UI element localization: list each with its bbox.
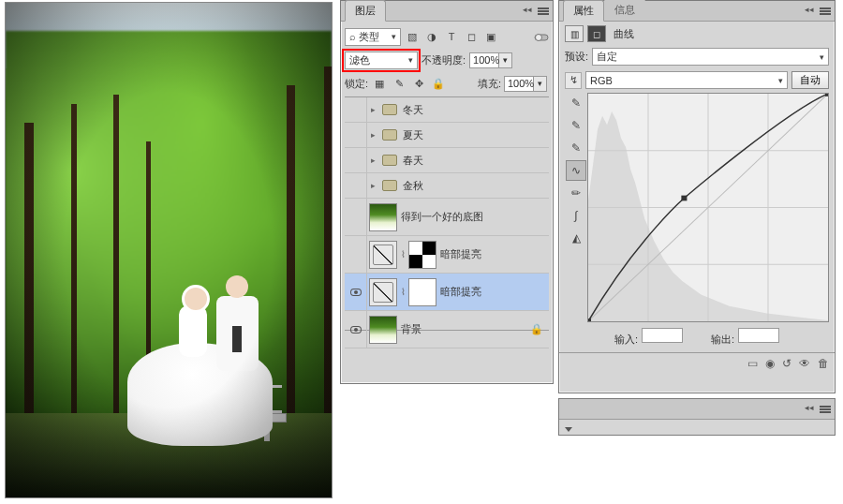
expand-icon[interactable]: ▸ — [367, 105, 378, 114]
smooth-tool-icon[interactable]: ∫ — [566, 205, 586, 226]
pencil-tool-icon[interactable]: ✏ — [566, 183, 586, 203]
adjustment-thumbnail[interactable] — [369, 278, 397, 306]
layer-row[interactable]: ▸冬天 — [345, 97, 549, 123]
preset-label: 预设: — [565, 50, 588, 64]
lock-position-icon[interactable]: ✥ — [410, 75, 427, 92]
preset-dropdown[interactable]: 自定▾ — [592, 48, 829, 66]
mask-thumbnail[interactable] — [408, 241, 436, 269]
layer-row[interactable]: ⌇暗部提亮 — [345, 274, 549, 311]
reset-icon[interactable]: ↺ — [782, 357, 791, 370]
eyedropper-gray-icon[interactable]: ✎ — [566, 115, 586, 136]
fill-field[interactable]: 100%▾ — [504, 76, 549, 92]
collapsed-panel[interactable]: ◂◂ — [558, 398, 836, 436]
layer-row[interactable]: 得到一个好的底图 — [345, 199, 549, 236]
layer-name-label[interactable]: 暗部提亮 — [438, 285, 481, 299]
adjustment-name: 曲线 — [610, 27, 634, 41]
clip-to-layer-icon[interactable]: ▭ — [747, 357, 758, 370]
layer-name-label[interactable]: 背景 — [399, 322, 422, 336]
blend-mode-dropdown[interactable]: 滤色▾ — [345, 52, 418, 69]
folder-icon — [382, 155, 397, 166]
visibility-toggle[interactable] — [345, 123, 367, 147]
eyedropper-black-icon[interactable]: ✎ — [566, 93, 586, 113]
document-canvas[interactable] — [5, 2, 333, 498]
visibility-toggle[interactable] — [345, 311, 367, 348]
curve-point[interactable] — [825, 94, 828, 96]
channel-dropdown[interactable]: RGB▾ — [585, 71, 788, 89]
layer-name-label[interactable]: 冬天 — [401, 103, 423, 117]
layer-thumbnail[interactable] — [369, 316, 397, 344]
channel-icon[interactable]: ↯ — [565, 72, 582, 89]
link-icon[interactable]: ⌇ — [399, 287, 407, 297]
curve-point[interactable] — [588, 319, 591, 321]
curve-point[interactable] — [681, 196, 687, 201]
adjustment-thumbnail[interactable] — [369, 241, 397, 269]
collapse-icon[interactable]: ◂◂ — [523, 5, 532, 14]
collapse-icon[interactable]: ◂◂ — [805, 5, 814, 14]
layer-row[interactable]: ⌇暗部提亮 — [345, 236, 549, 274]
visibility-toggle[interactable] — [345, 274, 367, 310]
visibility-toggle[interactable] — [345, 236, 367, 273]
visibility-toggle[interactable] — [345, 173, 367, 198]
filter-type-icon[interactable]: T — [443, 28, 460, 45]
panel-menu-icon[interactable] — [538, 5, 549, 14]
panel-tabstrip: 图层 ◂◂ — [341, 1, 553, 22]
layer-name-label[interactable]: 夏天 — [401, 128, 423, 142]
expand-icon[interactable]: ▸ — [367, 181, 378, 190]
tab-layers[interactable]: 图层 — [345, 0, 386, 22]
input-label: 输入: — [614, 328, 683, 347]
opacity-label: 不透明度: — [422, 53, 466, 67]
eyedropper-white-icon[interactable]: ✎ — [566, 138, 586, 158]
filter-smart-icon[interactable]: ▣ — [482, 28, 499, 45]
properties-footer: ▭ ◉ ↺ 👁 🗑 — [559, 352, 835, 373]
curves-graph[interactable] — [587, 93, 829, 322]
view-previous-icon[interactable]: ◉ — [765, 357, 775, 370]
expand-icon[interactable] — [565, 427, 572, 432]
properties-panel: 属性 信息 ◂◂ ▥ ◻ 曲线 预设: 自定▾ ↯ RGB▾ 自动 ✎ ✎ ✎ … — [558, 0, 836, 393]
panel-menu-icon[interactable] — [820, 5, 831, 14]
lock-label: 锁定: — [345, 77, 368, 91]
collapse-icon[interactable]: ◂◂ — [805, 403, 814, 412]
mask-thumbnail[interactable] — [408, 278, 436, 306]
mask-icon[interactable]: ◻ — [587, 25, 606, 42]
layer-filter-dropdown[interactable]: ⌕ 类型 ▾ — [345, 28, 401, 46]
layer-name-label[interactable]: 春天 — [401, 154, 423, 168]
filter-adjust-icon[interactable]: ◑ — [423, 28, 440, 45]
visibility-toggle[interactable] — [345, 97, 367, 122]
layer-name-label[interactable]: 得到一个好的底图 — [399, 210, 483, 224]
layer-row[interactable]: ▸夏天 — [345, 123, 549, 148]
lock-icon: 🔒 — [530, 323, 543, 335]
visibility-toggle[interactable] — [345, 148, 367, 172]
adjustment-type-icon[interactable]: ▥ — [565, 25, 584, 42]
output-label: 输出: — [711, 328, 779, 347]
layer-row[interactable]: 背景🔒 — [345, 311, 549, 348]
lock-all-icon[interactable]: 🔒 — [430, 75, 447, 92]
opacity-field[interactable]: 100%▾ — [469, 52, 514, 68]
expand-icon[interactable]: ▸ — [367, 130, 378, 140]
histogram-toggle-icon[interactable]: ◭ — [566, 228, 586, 248]
panel-menu-icon[interactable] — [820, 403, 831, 412]
expand-icon[interactable]: ▸ — [367, 156, 378, 165]
folder-icon — [382, 129, 397, 141]
layer-row[interactable]: ▸金秋 — [345, 173, 549, 199]
layer-name-label[interactable]: 金秋 — [401, 179, 423, 193]
tab-properties[interactable]: 属性 — [563, 0, 604, 22]
panel-tabstrip: 属性 信息 ◂◂ — [559, 1, 835, 22]
auto-button[interactable]: 自动 — [791, 71, 829, 89]
link-icon[interactable]: ⌇ — [399, 249, 407, 259]
filter-image-icon[interactable]: ▧ — [404, 28, 421, 45]
point-curve-tool-icon[interactable]: ∿ — [566, 160, 586, 181]
layer-thumbnail[interactable] — [369, 203, 397, 231]
toggle-visibility-icon[interactable]: 👁 — [799, 357, 810, 370]
tab-info[interactable]: 信息 — [604, 0, 645, 21]
lock-pixels-icon[interactable]: ✎ — [391, 75, 407, 92]
layer-list: ▸冬天▸夏天▸春天▸金秋得到一个好的底图⌇暗部提亮⌇暗部提亮背景🔒 — [345, 96, 549, 331]
layer-name-label[interactable]: 暗部提亮 — [438, 247, 481, 261]
filter-toggle[interactable] — [534, 31, 549, 46]
visibility-toggle[interactable] — [345, 199, 367, 235]
lock-transparency-icon[interactable]: ▦ — [371, 75, 388, 92]
delete-adjustment-icon[interactable]: 🗑 — [818, 357, 829, 370]
curves-toolstrip: ✎ ✎ ✎ ∿ ✏ ∫ ◭ — [565, 93, 587, 322]
layer-row[interactable]: ▸春天 — [345, 148, 549, 173]
filter-shape-icon[interactable]: ◻ — [463, 28, 480, 45]
vignette — [6, 3, 332, 497]
